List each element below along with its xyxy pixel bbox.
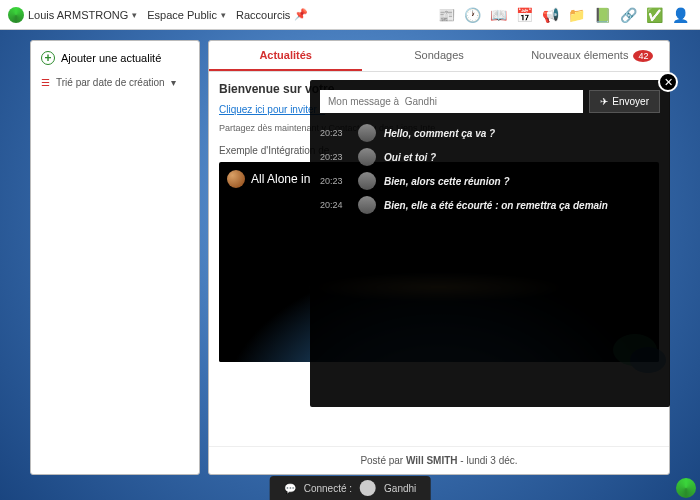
announce-icon[interactable]: 📢 bbox=[538, 3, 562, 27]
feed-icon[interactable]: 📰 bbox=[434, 3, 458, 27]
sort-button[interactable]: ☰ Trié par date de création ▾ bbox=[37, 73, 193, 92]
tabs: Actualités Sondages Nouveaux élements 42 bbox=[209, 41, 669, 72]
chat-input-row: ✈Envoyer bbox=[320, 90, 660, 113]
avatar bbox=[358, 196, 376, 214]
shortcuts-label: Raccourcis bbox=[236, 9, 290, 21]
author-name: Will SMITH bbox=[406, 455, 458, 466]
message-item: 20:23Hello, comment ça va ? bbox=[320, 121, 660, 145]
send-icon: ✈ bbox=[600, 96, 608, 107]
statusbar[interactable]: 💬 Connecté : Gandhi bbox=[270, 476, 431, 500]
add-news-button[interactable]: + Ajouter une actualité bbox=[37, 47, 193, 69]
chat-overlay: ✕ ✈Envoyer 20:23Hello, comment ça va ? 2… bbox=[310, 80, 670, 407]
planet-icon bbox=[227, 170, 245, 188]
clock-icon[interactable]: 🕐 bbox=[460, 3, 484, 27]
send-button[interactable]: ✈Envoyer bbox=[589, 90, 660, 113]
files-icon[interactable]: 📁 bbox=[564, 3, 588, 27]
close-button[interactable]: ✕ bbox=[658, 72, 678, 92]
topbar: Louis ARMSTRONG ▾ Espace Public ▾ Raccou… bbox=[0, 0, 700, 30]
sort-icon: ☰ bbox=[41, 77, 50, 88]
sort-label: Trié par date de création bbox=[56, 77, 165, 88]
toolbar-icons: 📰 🕐 📖 📅 📢 📁 📗 🔗 ✅ 👤 bbox=[434, 3, 692, 27]
pin-icon: 📌 bbox=[294, 8, 308, 21]
status-label: Connecté : bbox=[304, 483, 352, 494]
message-item: 20:23Oui et toi ? bbox=[320, 145, 660, 169]
book-icon[interactable]: 📖 bbox=[486, 3, 510, 27]
tab-polls[interactable]: Sondages bbox=[362, 41, 515, 71]
chevron-down-icon: ▾ bbox=[132, 10, 137, 20]
logo-icon bbox=[8, 7, 24, 23]
tab-new-items[interactable]: Nouveaux élements 42 bbox=[516, 41, 669, 71]
video-title: All Alone in bbox=[227, 170, 310, 188]
status-icon: 💬 bbox=[284, 483, 296, 494]
avatar bbox=[358, 148, 376, 166]
avatar bbox=[358, 124, 376, 142]
messages-list: 20:23Hello, comment ça va ? 20:23Oui et … bbox=[320, 121, 660, 217]
tab-news[interactable]: Actualités bbox=[209, 41, 362, 71]
avatar bbox=[358, 172, 376, 190]
message-item: 20:23Bien, alors cette réunion ? bbox=[320, 169, 660, 193]
link-icon[interactable]: 🔗 bbox=[616, 3, 640, 27]
check-icon[interactable]: ✅ bbox=[642, 3, 666, 27]
status-avatar bbox=[360, 480, 376, 496]
corner-logo-icon bbox=[676, 478, 696, 498]
chevron-down-icon: ▾ bbox=[221, 10, 226, 20]
status-name: Gandhi bbox=[384, 483, 416, 494]
chevron-down-icon: ▾ bbox=[171, 77, 176, 88]
add-news-label: Ajouter une actualité bbox=[61, 52, 161, 64]
user-name: Louis ARMSTRONG bbox=[28, 9, 128, 21]
badge-count: 42 bbox=[633, 50, 653, 62]
calendar-icon[interactable]: 📅 bbox=[512, 3, 536, 27]
user-menu[interactable]: Louis ARMSTRONG ▾ bbox=[8, 7, 137, 23]
chat-icon[interactable]: 👤 bbox=[668, 3, 692, 27]
space-label: Espace Public bbox=[147, 9, 217, 21]
shortcuts-menu[interactable]: Raccourcis 📌 bbox=[236, 8, 308, 21]
chat-spacer bbox=[320, 217, 660, 397]
space-menu[interactable]: Espace Public ▾ bbox=[147, 9, 226, 21]
contacts-icon[interactable]: 📗 bbox=[590, 3, 614, 27]
message-input[interactable] bbox=[320, 90, 583, 113]
plus-icon: + bbox=[41, 51, 55, 65]
message-item: 20:24Bien, elle a été écourté : on remet… bbox=[320, 193, 660, 217]
sidebar: + Ajouter une actualité ☰ Trié par date … bbox=[30, 40, 200, 475]
posted-by: Posté par Will SMITH - lundi 3 déc. bbox=[209, 446, 669, 474]
